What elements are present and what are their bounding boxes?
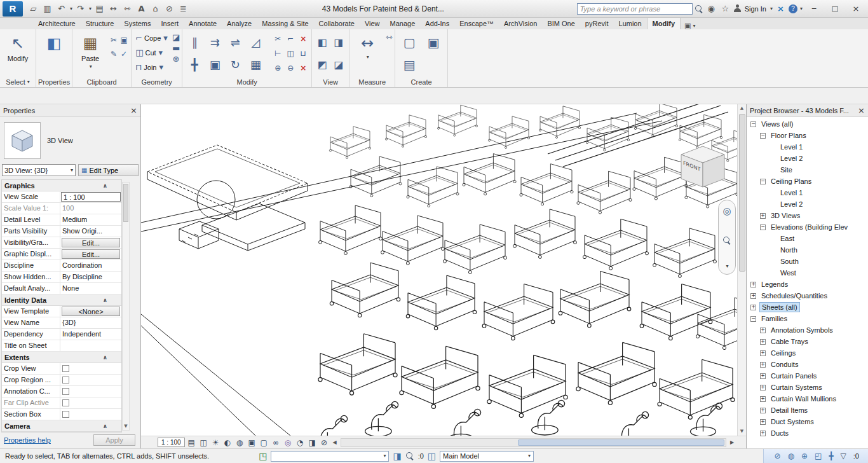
- project-browser-header[interactable]: Project Browser - 43 Models F...: [747, 104, 868, 117]
- tab-add-ins[interactable]: Add-Ins: [420, 18, 454, 29]
- tree-item[interactable]: South: [747, 256, 868, 267]
- tree-item[interactable]: Legends: [747, 279, 868, 290]
- section-header-identity[interactable]: Identity Data: [2, 294, 121, 306]
- join-button[interactable]: Join: [133, 60, 170, 74]
- app-store-icon[interactable]: [775, 3, 787, 15]
- tree-item[interactable]: Level 2: [747, 153, 868, 164]
- select-by-face-toggle[interactable]: [815, 452, 822, 460]
- tree-expander-icon[interactable]: [760, 133, 766, 139]
- search-icon[interactable]: [695, 4, 703, 13]
- select-pinned-toggle[interactable]: [801, 452, 808, 460]
- properties-button[interactable]: [38, 31, 70, 53]
- redo-icon[interactable]: [74, 3, 86, 15]
- close-icon[interactable]: [130, 106, 137, 114]
- match-type-icon[interactable]: [121, 50, 127, 58]
- tree-item[interactable]: Curtain Panels: [747, 370, 868, 382]
- chevron-down-icon[interactable]: [770, 6, 773, 11]
- revit-logo[interactable]: R: [3, 1, 23, 17]
- editing-requests-icon[interactable]: [393, 452, 401, 460]
- tree-item[interactable]: Duct Systems: [747, 416, 868, 427]
- tab-bim-one[interactable]: BIM One: [542, 18, 580, 29]
- tab-architecture[interactable]: Architecture: [33, 18, 81, 29]
- beam-icon[interactable]: [172, 44, 180, 52]
- zoom-icon[interactable]: [722, 236, 731, 245]
- pin-geometry-icon[interactable]: [172, 55, 180, 63]
- tree-item[interactable]: Ducts: [747, 427, 868, 439]
- scroll-up-icon[interactable]: [740, 104, 743, 113]
- chevron-down-icon[interactable]: [726, 264, 728, 269]
- viewcube[interactable]: FRONT: [676, 144, 729, 193]
- tree-expander-icon[interactable]: [760, 385, 766, 390]
- tree-item[interactable]: Ceiling Plans: [747, 176, 868, 187]
- tree-item[interactable]: West: [747, 267, 868, 279]
- tree-item[interactable]: Level 1: [747, 187, 868, 198]
- offset-icon[interactable]: [210, 37, 220, 48]
- minimize-icon[interactable]: [804, 2, 824, 16]
- tree-expander-icon[interactable]: [760, 431, 766, 436]
- match-properties-icon[interactable]: [111, 50, 117, 58]
- favorites-star-icon[interactable]: [719, 3, 731, 15]
- design-options-dropdown[interactable]: Main Model: [440, 451, 534, 462]
- detail-level-value[interactable]: Medium: [60, 214, 121, 225]
- tree-item[interactable]: North: [747, 244, 868, 256]
- default-3d-view-icon[interactable]: [149, 3, 161, 15]
- select-underlay-toggle[interactable]: [787, 452, 794, 460]
- tab-analyze[interactable]: Analyze: [222, 18, 257, 29]
- dimension-icon[interactable]: [121, 3, 133, 15]
- tree-item[interactable]: Level 2: [747, 198, 868, 210]
- tree-item[interactable]: Conduits: [747, 359, 868, 370]
- tree-item[interactable]: Curtain Wall Mullions: [747, 393, 868, 404]
- tree-expander-icon[interactable]: [760, 419, 766, 425]
- show-hidden-lines-value[interactable]: By Discipline: [60, 272, 121, 282]
- tree-expander-icon[interactable]: [760, 225, 766, 230]
- scrollbar-thumb[interactable]: [739, 114, 745, 272]
- tree-expander-icon[interactable]: [760, 373, 766, 379]
- section-icon[interactable]: [163, 3, 175, 15]
- measure-qat-icon[interactable]: [107, 3, 119, 15]
- show-crop-icon[interactable]: [259, 438, 269, 447]
- text-icon[interactable]: [135, 3, 147, 15]
- design-options-icon[interactable]: [428, 452, 436, 460]
- type-selector-dropdown[interactable]: 3D View: {3D}: [2, 164, 76, 176]
- tab-massing-site[interactable]: Massing & Site: [257, 18, 313, 29]
- title-on-sheet-value[interactable]: [60, 340, 121, 351]
- close-icon[interactable]: [846, 2, 865, 16]
- visual-style-icon[interactable]: [198, 438, 209, 447]
- crop-view-icon[interactable]: [247, 438, 257, 447]
- active-workset-dropdown[interactable]: [271, 451, 389, 462]
- override-graphics-icon[interactable]: [318, 60, 327, 70]
- tree-item[interactable]: Cable Trays: [747, 336, 868, 347]
- hide-elements-icon[interactable]: [318, 38, 327, 48]
- thin-lines-icon[interactable]: [177, 3, 189, 15]
- chevron-down-icon[interactable]: [800, 6, 803, 11]
- tab-insert[interactable]: Insert: [156, 18, 184, 29]
- tree-item-selected[interactable]: Sheets (all): [747, 301, 868, 313]
- tree-item[interactable]: Level 1: [747, 141, 868, 153]
- section-header-camera[interactable]: Camera: [2, 420, 121, 432]
- tree-expander-icon[interactable]: [750, 316, 756, 322]
- tree-expander-icon[interactable]: [750, 121, 756, 127]
- help-icon[interactable]: [789, 4, 797, 13]
- print-icon[interactable]: [93, 3, 105, 15]
- tree-expander-icon[interactable]: [760, 396, 766, 402]
- view-template-button[interactable]: <None>: [62, 307, 120, 316]
- split-icon[interactable]: [275, 35, 281, 43]
- tab-annotate[interactable]: Annotate: [184, 18, 222, 29]
- worksharing-display-icon[interactable]: [295, 438, 306, 447]
- create-group-icon[interactable]: [403, 59, 416, 71]
- measure-button[interactable]: [351, 31, 383, 60]
- scale-icon[interactable]: [251, 37, 260, 48]
- type-preview-image[interactable]: [4, 122, 41, 159]
- tree-expander-icon[interactable]: [760, 350, 766, 356]
- tab-systems[interactable]: Systems: [119, 18, 156, 29]
- tree-item[interactable]: Ceilings: [747, 347, 868, 359]
- crop-region-visible-checkbox[interactable]: [62, 377, 69, 384]
- view-scale-value[interactable]: 1 : 100: [61, 192, 121, 202]
- cut-geometry-button[interactable]: Cut: [133, 46, 170, 59]
- create-assembly-icon[interactable]: [428, 36, 440, 49]
- select-panel-label[interactable]: Select: [2, 77, 34, 87]
- tree-expander-icon[interactable]: [760, 339, 766, 345]
- annotation-crop-checkbox[interactable]: [62, 388, 69, 395]
- linework-icon[interactable]: [334, 60, 344, 70]
- discipline-value[interactable]: Coordination: [60, 260, 121, 271]
